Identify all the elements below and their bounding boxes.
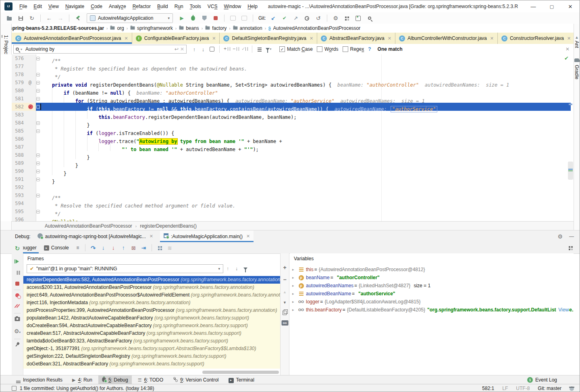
- move-down-icon[interactable]: ▼: [283, 299, 287, 305]
- breadcrumb-item[interactable]: factory: [205, 25, 227, 31]
- thread-selector[interactable]: ✔ "main"@1 in group "main": RUNNING ▾: [27, 264, 223, 273]
- menu-analyze[interactable]: Analyze: [106, 2, 129, 11]
- frame-up-icon[interactable]: ↑: [223, 264, 232, 273]
- variable-row[interactable]: ▸autowiredBeanName="authorService": [290, 290, 574, 298]
- evaluate-expression-icon[interactable]: [155, 243, 165, 253]
- project-structure-icon[interactable]: [342, 13, 352, 23]
- close-tab-icon[interactable]: ✕: [124, 36, 128, 41]
- stop-icon[interactable]: [211, 13, 220, 23]
- breadcrumb-item[interactable]: beans: [179, 25, 199, 31]
- frame-row[interactable]: getSingleton:222, DefaultSingletonBeanRe…: [23, 353, 281, 360]
- variable-row[interactable]: ▸pbeanName="authorController": [290, 274, 574, 282]
- git-push-icon[interactable]: ↗: [291, 13, 301, 23]
- breadcrumb-item[interactable]: org: [110, 25, 124, 31]
- variable-row[interactable]: ▸OOlogger={LogAdapter$Slf4jLocationAware…: [290, 298, 574, 306]
- fold-marker-icon[interactable]: [36, 194, 40, 197]
- editor-breadcrumb-item[interactable]: registerDependentBeans(): [140, 223, 197, 229]
- run-configuration-selector[interactable]: AutowireMagicApplication▾: [87, 13, 173, 23]
- step-over-icon[interactable]: ↷: [88, 243, 98, 253]
- editor-tab[interactable]: CAbstractBeanFactory.java✕: [317, 33, 395, 44]
- breadcrumb-item[interactable]: annotation: [233, 25, 262, 31]
- frames-hscrollbar[interactable]: [202, 371, 279, 374]
- editor-gutter[interactable]: 576577578579@580581582583584585586587588…: [12, 54, 36, 221]
- fold-marker-icon[interactable]: [36, 121, 40, 125]
- frame-row[interactable]: populateBean:1422, AbstractAutowireCapab…: [23, 314, 281, 322]
- highlighting-level-icon[interactable]: [570, 386, 574, 391]
- file-encoding[interactable]: UTF-8: [516, 386, 530, 391]
- view-breakpoints-icon[interactable]: [15, 293, 19, 299]
- debugger-layout-menu-icon[interactable]: ≡: [73, 243, 82, 252]
- view-link[interactable]: View: [556, 307, 569, 313]
- variables-list[interactable]: ▸this={AutowiredAnnotationBeanPostProces…: [290, 265, 574, 314]
- variable-row[interactable]: ▸pautowiredBeanNames={LinkedHashSet@4827…: [290, 282, 574, 290]
- maximize-button[interactable]: ▢: [543, 0, 561, 12]
- fold-marker-icon[interactable]: [36, 105, 40, 109]
- frame-row[interactable]: inject:649, AutowiredAnnotationBeanPostP…: [23, 291, 281, 299]
- toolwindow-button-inspection-results[interactable]: Inspection Results: [12, 375, 66, 384]
- git-rollback-icon[interactable]: ↺: [314, 13, 323, 23]
- search-input[interactable]: ▾ Autowiring by ↩ ✕: [13, 45, 187, 54]
- editor-tab[interactable]: IConfigurableBeanFactory.java✕: [132, 33, 220, 44]
- run-icon[interactable]: ▶: [177, 13, 187, 23]
- expand-chevron-icon[interactable]: ▸: [292, 276, 298, 280]
- variable-row[interactable]: ▸OOthis.beanFactory={DefaultListableBean…: [290, 306, 574, 314]
- debug-session-tab[interactable]: :AutowireMagicApplication.main()✕: [160, 230, 254, 242]
- event-log-button[interactable]: 1 Event Log: [527, 377, 557, 383]
- frame-row[interactable]: doCreateBean:594, AbstractAutowireCapabl…: [23, 322, 281, 330]
- coverage-icon[interactable]: [200, 13, 209, 23]
- fold-marker-icon[interactable]: [36, 57, 40, 60]
- search-history-icon[interactable]: ↩: [175, 46, 179, 52]
- duplicate-watch-icon[interactable]: [283, 310, 287, 316]
- mute-breakpoints-icon[interactable]: [15, 303, 20, 309]
- close-tab-icon[interactable]: ✕: [150, 234, 153, 239]
- checkbox-regex[interactable]: Regex: [343, 46, 364, 52]
- menu-window[interactable]: Window: [220, 2, 244, 11]
- frame-row[interactable]: inject:116, InjectionMetadata (org.sprin…: [23, 299, 281, 307]
- select-occurrences-icon[interactable]: ✓: [240, 45, 249, 54]
- stripe-gradle-label[interactable]: Gradle: [574, 65, 580, 79]
- menu-file[interactable]: File: [16, 2, 30, 11]
- remove-watch-icon[interactable]: −: [283, 277, 286, 283]
- toolwindow-button-4-run[interactable]: ▶4: Run: [69, 375, 96, 384]
- breadcrumb-item[interactable]: springframework: [130, 25, 173, 31]
- git-update-icon[interactable]: ↙: [268, 13, 278, 23]
- stripe-project-label[interactable]: 1: Project: [3, 35, 9, 56]
- annotation-gutter-icon[interactable]: @: [29, 79, 31, 87]
- sync-icon[interactable]: ↻: [27, 13, 37, 23]
- fold-marker-icon[interactable]: [36, 81, 40, 85]
- menu-view[interactable]: View: [45, 2, 62, 11]
- frame-row[interactable]: getObject:-1, 351877391 (org.springframe…: [23, 345, 281, 353]
- expand-chevron-icon[interactable]: ▸: [292, 292, 298, 296]
- expand-chevron-icon[interactable]: ▸: [292, 284, 298, 288]
- forward-icon[interactable]: →: [56, 13, 65, 23]
- frame-row[interactable]: lambda$doGetBean$0:323, AbstractBeanFact…: [23, 337, 281, 345]
- open-folder-icon[interactable]: [4, 13, 14, 23]
- debug-settings-gear-icon[interactable]: ⚙: [557, 233, 563, 240]
- run-anything-icon[interactable]: [353, 13, 363, 23]
- expand-chevron-icon[interactable]: ▸: [292, 300, 298, 304]
- add-occurrence-icon[interactable]: +: [222, 45, 231, 54]
- toolwindow-button-9-version-control[interactable]: 9: Version Control: [169, 375, 222, 384]
- drop-frame-icon[interactable]: ⊠: [129, 243, 139, 253]
- editor-tab[interactable]: CAlbumControllerWithConstructor.java✕: [395, 33, 498, 44]
- frame-row[interactable]: postProcessProperties:399, AutowiredAnno…: [23, 307, 281, 314]
- inspections-ok-icon[interactable]: ✔: [564, 55, 569, 61]
- expand-chevron-icon[interactable]: ▸: [292, 268, 298, 272]
- toolwindow-button-terminal[interactable]: ▸Terminal: [225, 375, 258, 384]
- fold-marker-icon[interactable]: [36, 170, 40, 173]
- profiler-a-icon[interactable]: [228, 13, 238, 23]
- search-help[interactable]: ?: [368, 46, 371, 52]
- clear-search-icon[interactable]: ✕: [180, 46, 184, 52]
- debug-session-tab[interactable]: autowiring-magic-spring-boot [AutowireMa…: [34, 230, 157, 242]
- frame-row[interactable]: registerDependentBeans:582, AutowiredAnn…: [23, 276, 281, 284]
- pause-icon[interactable]: [17, 270, 18, 276]
- rerun-icon[interactable]: ↻: [15, 245, 20, 252]
- git-commit-icon[interactable]: ✔: [280, 13, 289, 23]
- editor-tab[interactable]: CConstructorResolver.java✕: [498, 33, 574, 44]
- step-out-icon[interactable]: ↑: [118, 243, 129, 253]
- menu-code[interactable]: Code: [87, 2, 106, 11]
- hide-debug-window-icon[interactable]: —: [569, 234, 574, 239]
- menu-vcs[interactable]: VCS: [204, 2, 221, 11]
- frame-row[interactable]: access$200:131, AutowiredAnnotationBeanP…: [23, 284, 281, 291]
- hide-frames-filter-icon[interactable]: [241, 264, 250, 273]
